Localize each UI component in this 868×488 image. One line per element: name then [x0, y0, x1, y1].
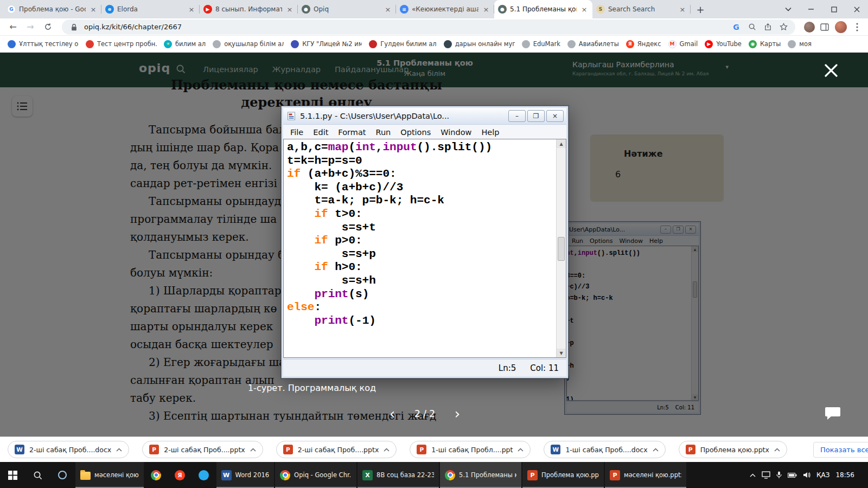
taskbar-pinned-blueapp[interactable]: [192, 462, 216, 488]
share-icon[interactable]: [762, 22, 773, 33]
chevron-up-icon[interactable]: [384, 448, 390, 452]
clock[interactable]: 18:56: [835, 471, 854, 479]
window-close-button[interactable]: [845, 0, 868, 18]
bookmark-item[interactable]: Гулден билим ал: [369, 40, 437, 48]
bookmark-star-icon[interactable]: [778, 22, 789, 33]
browser-tab[interactable]: SSearch Search×: [592, 0, 691, 18]
tab-close-icon[interactable]: ×: [89, 5, 98, 14]
side-panel-icon[interactable]: [819, 22, 830, 33]
chevron-up-icon[interactable]: [518, 448, 524, 452]
taskbar-button-word[interactable]: WWord 2016: [216, 462, 274, 488]
maps-favicon: ◉: [749, 40, 757, 48]
browser-tab[interactable]: eElorda×: [101, 0, 200, 18]
menu-run[interactable]: Run: [371, 128, 395, 137]
download-chip[interactable]: W1-ші сабақ Проб....docx: [544, 441, 665, 458]
bookmark-item[interactable]: оқушылар білім ал: [213, 40, 284, 48]
tab-search-icon[interactable]: [777, 0, 800, 18]
bookmark-item[interactable]: КГУ "Лицей №2 им...: [291, 40, 362, 48]
new-tab-button[interactable]: +: [693, 2, 708, 17]
browser-tab[interactable]: ≡«Кеюкиектерді аша от×: [396, 0, 494, 18]
menu-help[interactable]: Help: [476, 128, 504, 137]
language-indicator[interactable]: ҚАЗ: [816, 471, 829, 479]
taskbar-search-icon[interactable]: [25, 462, 50, 488]
forward-icon[interactable]: →: [23, 20, 38, 35]
bookmark-item[interactable]: дарын онлайн муг...: [444, 40, 515, 48]
scroll-down-icon[interactable]: ▼: [557, 349, 566, 357]
download-chip[interactable]: W2-ші сабақ Проб....docx: [8, 441, 129, 458]
window-minimize-button[interactable]: [800, 0, 822, 18]
omnibox[interactable]: opiq.kz/kit/66/chapter/2667 G: [62, 20, 795, 35]
lightbox-close-icon[interactable]: [820, 60, 842, 81]
refresh-icon[interactable]: [40, 20, 55, 35]
taskbar-pinned-chrome[interactable]: [144, 462, 168, 488]
browser-tab-bar: GПроблема қою - Goog×eElorda×▶8 сынып. И…: [0, 0, 868, 18]
extension-bear-icon[interactable]: [804, 22, 815, 33]
chat-bubble-icon[interactable]: [822, 404, 843, 422]
next-page-icon[interactable]: ›: [449, 406, 465, 422]
google-g-icon[interactable]: G: [731, 22, 742, 33]
zoom-icon[interactable]: [746, 22, 757, 33]
bookmark-item[interactable]: MGmail: [668, 40, 698, 48]
browser-menu-icon[interactable]: [852, 22, 863, 33]
scroll-up-icon[interactable]: ▲: [557, 139, 566, 148]
menu-options[interactable]: Options: [395, 128, 436, 137]
bookmark-item[interactable]: EduMark: [522, 40, 560, 48]
show-all-downloads-button[interactable]: Показать все: [813, 442, 868, 458]
browser-tab[interactable]: ●Opiq×: [298, 0, 396, 18]
bookmark-item[interactable]: Авиабилеты: [567, 40, 619, 48]
tray-chevron-up-icon[interactable]: [750, 473, 756, 477]
network-icon[interactable]: [762, 471, 770, 479]
browser-tab[interactable]: ●5.1 Проблеманы қою×: [494, 0, 592, 18]
bookmark-item[interactable]: ЯЯндекс: [626, 40, 661, 48]
menu-window[interactable]: Window: [436, 128, 476, 137]
tab-close-icon[interactable]: ×: [482, 5, 490, 14]
back-icon[interactable]: ←: [5, 20, 21, 35]
bookmark-item[interactable]: ☀билим ал: [164, 40, 206, 48]
taskbar-button-folder[interactable]: мәселені қою: [75, 462, 144, 488]
taskbar-button-chrome[interactable]: 5.1 Проблеманы қ...: [440, 462, 521, 488]
bookmark-item[interactable]: моя: [788, 40, 812, 48]
window-maximize-button[interactable]: [822, 0, 845, 18]
tab-close-icon[interactable]: ×: [187, 5, 196, 14]
restore-icon[interactable]: ❐: [527, 110, 545, 122]
cortana-icon[interactable]: [50, 462, 75, 488]
tab-close-icon[interactable]: ×: [678, 5, 687, 14]
taskbar-button-ppt[interactable]: Pмәселені қою.pptx...: [605, 462, 686, 488]
download-chip[interactable]: PПроблема қою.pptx: [679, 441, 787, 458]
idle-titlebar[interactable]: 5.1.1.py - C:\Users\User\AppData\Lo... –…: [283, 108, 566, 125]
start-button[interactable]: [0, 462, 25, 488]
close-icon[interactable]: ×: [546, 110, 564, 122]
menu-edit[interactable]: Edit: [308, 128, 333, 137]
menu-file[interactable]: File: [285, 128, 308, 137]
bookmark-item[interactable]: ▶YouTube: [705, 40, 742, 48]
taskbar-button-chrome[interactable]: Opiq - Google Chr...: [275, 462, 356, 488]
download-chip[interactable]: P2-ші сабақ Проб....pptx: [142, 441, 263, 458]
profile-avatar[interactable]: [835, 21, 847, 33]
battery-icon[interactable]: [788, 473, 797, 478]
tab-close-icon[interactable]: ×: [285, 5, 294, 14]
taskbar-pinned-yandex[interactable]: Я: [168, 462, 192, 488]
browser-tab[interactable]: ▶8 сынып. Информатик×: [200, 0, 298, 18]
bookmark-item[interactable]: Ұлттық тестілеу ор...: [8, 40, 79, 48]
download-chip[interactable]: P2-ші сабақ Проб....pptx: [276, 441, 397, 458]
bookmark-item[interactable]: Тест центр пробн...: [86, 40, 157, 48]
chevron-up-icon[interactable]: [116, 448, 122, 452]
taskbar-button-excel[interactable]: X8В соц база 22-23 ...: [358, 462, 439, 488]
volume-icon[interactable]: [803, 472, 810, 478]
bookmark-item[interactable]: ◉Карты: [749, 40, 781, 48]
minimize-icon[interactable]: –: [508, 110, 526, 122]
idle-editor[interactable]: a,b,c=map(int,input().split())t=k=h=p=s=…: [283, 139, 566, 358]
prev-page-icon[interactable]: ‹: [384, 406, 400, 422]
scroll-thumb[interactable]: [558, 237, 565, 261]
chevron-up-icon[interactable]: [250, 448, 256, 452]
tab-close-icon[interactable]: ×: [384, 5, 392, 14]
menu-format[interactable]: Format: [333, 128, 371, 137]
chevron-up-icon[interactable]: [653, 448, 659, 452]
microphone-icon[interactable]: [776, 471, 782, 479]
scrollbar[interactable]: ▲ ▼: [556, 139, 566, 357]
taskbar-button-ppt[interactable]: PПроблема қою.pp...: [522, 462, 604, 488]
browser-tab[interactable]: GПроблема қою - Goog×: [3, 0, 101, 18]
chevron-up-icon[interactable]: [774, 448, 780, 452]
download-chip[interactable]: P1-ші сабақ Пробл....ppt: [410, 441, 531, 458]
tab-close-icon[interactable]: ×: [580, 5, 589, 14]
